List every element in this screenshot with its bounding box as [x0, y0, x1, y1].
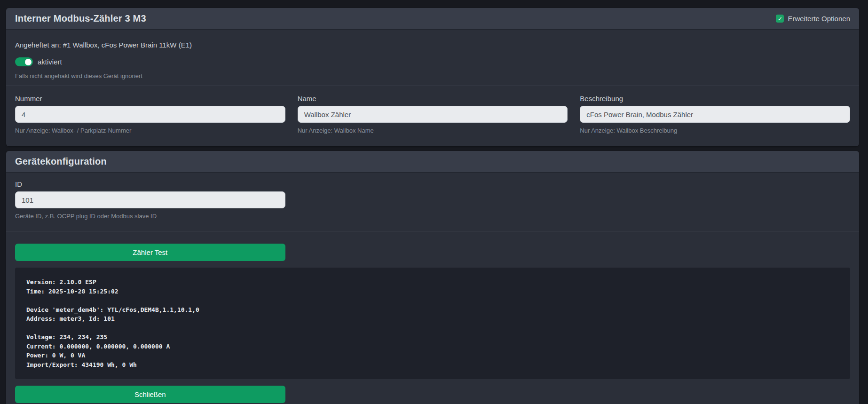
advanced-options-checkbox[interactable]: ✓	[776, 15, 784, 23]
meter-panel-title: Interner Modbus-Zähler 3 M3	[15, 13, 146, 24]
advanced-options-label: Erweiterte Optionen	[788, 15, 850, 23]
console-line: Time: 2025-10-28 15:25:02	[26, 287, 839, 296]
meter-panel-body: Angeheftet an: #1 Wallbox, cFos Power Br…	[6, 30, 859, 146]
console-line: Current: 0.000000, 0.000000, 0.000000 A	[26, 342, 839, 351]
device-config-title: Gerätekonfiguration	[15, 156, 107, 167]
number-help: Nur Anzeige: Wallbox- / Parkplatz-Nummer	[15, 127, 285, 134]
id-input[interactable]	[15, 191, 285, 208]
meter-fields-row: Nummer Nur Anzeige: Wallbox- / Parkplatz…	[15, 95, 850, 134]
device-config-panel: Gerätekonfiguration ID Geräte ID, z.B. O…	[6, 151, 859, 404]
field-id: ID Geräte ID, z.B. OCPP plug ID oder Mod…	[15, 180, 850, 220]
section-divider	[6, 86, 859, 86]
section-divider	[6, 231, 859, 231]
console-line: Address: meter3, Id: 101	[26, 314, 839, 324]
console-line	[26, 296, 839, 305]
console-line: Voltage: 234, 234, 235	[26, 333, 839, 342]
meter-test-console: Version: 2.10.0 ESP Time: 2025-10-28 15:…	[15, 268, 850, 379]
meter-panel-header: Interner Modbus-Zähler 3 M3 ✓ Erweiterte…	[6, 8, 859, 30]
number-label: Nummer	[15, 95, 285, 103]
description-label: Beschreibung	[580, 95, 850, 103]
name-input[interactable]	[298, 106, 568, 123]
enabled-toggle-row: aktiviert	[15, 57, 850, 66]
number-input[interactable]	[15, 106, 285, 123]
name-help: Nur Anzeige: Wallbox Name	[298, 127, 568, 134]
id-label: ID	[15, 180, 850, 188]
console-line: Import/Export: 434190 Wh, 0 Wh	[26, 360, 839, 370]
zaehler-test-button[interactable]: Zähler Test	[15, 244, 285, 261]
field-description: Beschreibung Nur Anzeige: Wallbox Beschr…	[580, 95, 850, 134]
console-line: Power: 0 W, 0 VA	[26, 351, 839, 360]
advanced-options-control[interactable]: ✓ Erweiterte Optionen	[776, 15, 850, 23]
page: Interner Modbus-Zähler 3 M3 ✓ Erweiterte…	[0, 0, 868, 404]
device-config-header: Gerätekonfiguration	[6, 151, 859, 173]
field-number: Nummer Nur Anzeige: Wallbox- / Parkplatz…	[15, 95, 285, 134]
console-line: Version: 2.10.0 ESP	[26, 277, 839, 287]
field-name: Name Nur Anzeige: Wallbox Name	[298, 95, 568, 134]
console-line: Device 'meter_dem4b': YTL/cFos,DEM4B,1.1…	[26, 305, 839, 315]
checkmark-icon: ✓	[778, 16, 782, 22]
aktiviert-toggle[interactable]	[15, 57, 33, 66]
name-label: Name	[298, 95, 568, 103]
schliessen-button[interactable]: Schließen	[15, 386, 285, 403]
aktiviert-toggle-label: aktiviert	[38, 58, 62, 66]
toggle-knob	[25, 59, 32, 65]
description-help: Nur Anzeige: Wallbox Beschreibung	[580, 127, 850, 134]
console-line	[26, 324, 839, 333]
enabled-help-text: Falls nicht angehakt wird dieses Gerät i…	[15, 72, 850, 79]
description-input[interactable]	[580, 106, 850, 123]
meter-panel: Interner Modbus-Zähler 3 M3 ✓ Erweiterte…	[6, 8, 859, 146]
device-config-body: ID Geräte ID, z.B. OCPP plug ID oder Mod…	[6, 173, 859, 404]
attached-to-text: Angeheftet an: #1 Wallbox, cFos Power Br…	[15, 41, 850, 49]
id-help: Geräte ID, z.B. OCPP plug ID oder Modbus…	[15, 213, 850, 220]
